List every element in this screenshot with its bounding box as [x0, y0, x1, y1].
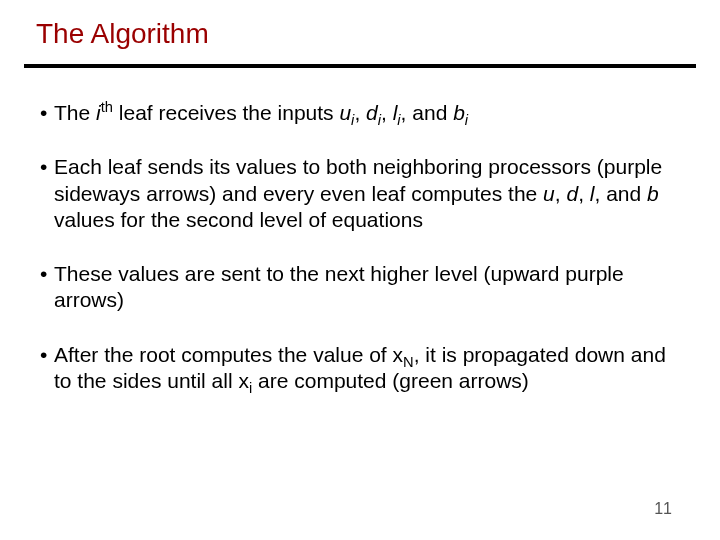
- title-rule: [24, 64, 696, 68]
- sub-i: i: [465, 112, 468, 128]
- sub-N: N: [403, 354, 414, 370]
- bullet-dot: •: [40, 342, 54, 368]
- var-d: d: [366, 101, 378, 124]
- text: These values are sent to the next higher…: [54, 262, 624, 311]
- text: , and: [594, 182, 647, 205]
- slide-body: •The ith leaf receives the inputs ui, di…: [40, 100, 680, 422]
- text: , and: [401, 101, 454, 124]
- bullet-3: •These values are sent to the next highe…: [40, 261, 680, 314]
- text: values for the second level of equations: [54, 208, 423, 231]
- text: are computed (green arrows): [252, 369, 529, 392]
- bullet-dot: •: [40, 154, 54, 180]
- page-number: 11: [654, 500, 672, 518]
- text: ,: [555, 182, 567, 205]
- slide: The Algorithm •The ith leaf receives the…: [0, 0, 720, 540]
- var-b: b: [647, 182, 659, 205]
- bullet-dot: •: [40, 100, 54, 126]
- text: The: [54, 101, 96, 124]
- slide-title: The Algorithm: [36, 18, 209, 50]
- text: After the root computes the value of x: [54, 343, 403, 366]
- text: leaf receives the inputs: [113, 101, 339, 124]
- bullet-2: •Each leaf sends its values to both neig…: [40, 154, 680, 233]
- var-d: d: [566, 182, 578, 205]
- sup-th: th: [101, 99, 113, 115]
- bullet-1: •The ith leaf receives the inputs ui, di…: [40, 100, 680, 126]
- bullet-4: •After the root computes the value of xN…: [40, 342, 680, 395]
- text: ,: [354, 101, 366, 124]
- text: ,: [578, 182, 590, 205]
- var-u: u: [543, 182, 555, 205]
- text: ,: [381, 101, 393, 124]
- bullet-dot: •: [40, 261, 54, 287]
- var-b: b: [453, 101, 465, 124]
- var-u: u: [339, 101, 351, 124]
